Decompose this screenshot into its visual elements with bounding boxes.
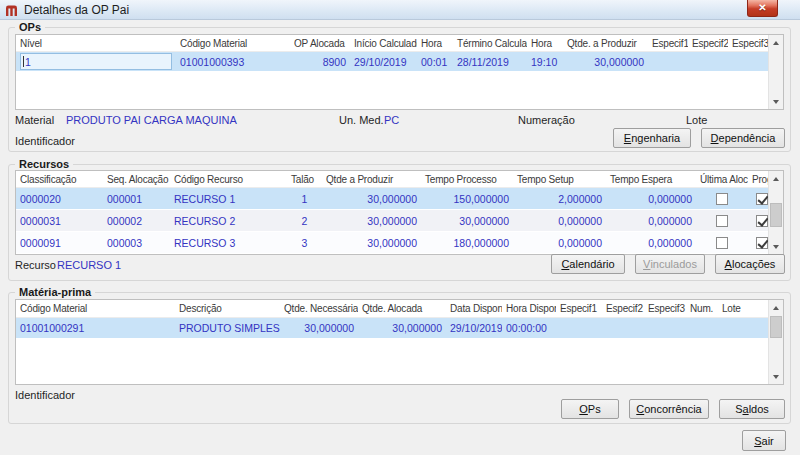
table-cell[interactable]: 0000091 (16, 232, 103, 253)
scroll-thumb[interactable] (770, 316, 782, 338)
table-cell[interactable]: 00:01 (417, 52, 453, 71)
vertical-scrollbar[interactable] (768, 171, 783, 254)
column-header: Descrição (175, 300, 280, 317)
table-cell[interactable]: 0,000000 (513, 210, 606, 231)
table-cell[interactable]: 01001000291 (16, 318, 175, 338)
table-cell[interactable] (688, 52, 728, 71)
sair-button[interactable]: Sair (742, 430, 786, 451)
un-med-value: PC (384, 114, 399, 126)
table-cell[interactable]: 0,000000 (606, 188, 696, 209)
alocacoes-button[interactable]: Alocações (715, 254, 785, 274)
prog-checkbox[interactable] (756, 215, 768, 227)
column-header: Hora Dispon. (502, 300, 556, 317)
material-label: Material (15, 114, 54, 126)
table-cell[interactable]: 000002 (103, 210, 170, 231)
table-cell[interactable]: RECURSO 1 (170, 188, 287, 209)
table-cell[interactable]: 30,000000 (358, 318, 446, 338)
nivel-cell[interactable]: 1 (16, 52, 176, 71)
column-header: Qtde. Necessária (280, 300, 358, 317)
table-cell[interactable]: 29/10/2019 (446, 318, 502, 338)
table-cell[interactable]: RECURSO 3 (170, 232, 287, 253)
table-row[interactable]: 0000020 000001 RECURSO 1 1 30,000000 150… (16, 188, 770, 210)
ops-header-row: Nível Código Material OP Alocada Início … (16, 35, 770, 52)
concorrencia-button[interactable]: Concorrência (629, 399, 709, 419)
table-cell[interactable]: 29/10/2019 (350, 52, 417, 71)
table-cell[interactable]: 30,000000 (421, 210, 513, 231)
ultima-aloc-cell (696, 188, 748, 209)
table-cell[interactable]: 2 (287, 210, 322, 231)
table-cell[interactable]: PRODUTO SIMPLES (175, 318, 280, 338)
table-cell[interactable]: RECURSO 2 (170, 210, 287, 231)
column-header: Especif3 (728, 35, 770, 51)
table-cell[interactable] (644, 318, 686, 338)
table-cell[interactable]: 30,000000 (322, 210, 421, 231)
table-cell[interactable]: 180,000000 (421, 232, 513, 253)
prog-checkbox[interactable] (756, 193, 768, 205)
table-cell[interactable]: 0,000000 (513, 232, 606, 253)
table-cell[interactable]: 30,000000 (280, 318, 358, 338)
column-header: Qtde. a Produzir (563, 35, 648, 51)
saldos-button[interactable]: Saldos (719, 399, 785, 419)
scroll-down-button[interactable] (769, 369, 783, 384)
table-cell[interactable]: 1 (287, 188, 322, 209)
column-header: OP Alocada (290, 35, 350, 51)
title-bar[interactable]: Detalhes da OP Pai ✕ (0, 0, 800, 20)
ultima-aloc-checkbox[interactable] (716, 237, 728, 249)
table-cell[interactable]: 000001 (103, 188, 170, 209)
table-cell[interactable] (686, 318, 718, 338)
vinculados-button: Vinculados (635, 254, 705, 274)
close-button[interactable]: ✕ (747, 0, 778, 17)
table-cell[interactable]: 2,000000 (513, 188, 606, 209)
table-cell[interactable]: 28/11/2019 (453, 52, 527, 71)
table-cell[interactable]: 0,000000 (606, 232, 696, 253)
scroll-up-button[interactable] (769, 171, 783, 186)
vertical-scrollbar[interactable] (768, 300, 783, 384)
prog-checkbox[interactable] (756, 237, 768, 249)
window-title: Detalhes da OP Pai (24, 3, 129, 17)
table-cell[interactable]: 01001000393 (176, 52, 290, 71)
scroll-down-icon (773, 100, 779, 104)
vertical-scrollbar[interactable] (768, 35, 783, 109)
table-cell[interactable]: 30,000000 (563, 52, 648, 71)
scroll-thumb[interactable] (770, 203, 782, 227)
scroll-up-icon (773, 306, 779, 310)
table-cell[interactable] (556, 318, 602, 338)
table-row[interactable]: 01001000291 PRODUTO SIMPLES 30,000000 30… (16, 318, 770, 339)
table-cell[interactable]: 00:00:00 (502, 318, 556, 338)
ultima-aloc-checkbox[interactable] (716, 215, 728, 227)
table-cell[interactable]: 0,000000 (606, 210, 696, 231)
table-cell[interactable]: 150,000000 (421, 188, 513, 209)
column-header: Última Aloc. (696, 171, 748, 187)
scroll-up-button[interactable] (769, 35, 783, 50)
table-cell[interactable]: 0000031 (16, 210, 103, 231)
column-header: Especif2 (688, 35, 728, 51)
table-row[interactable]: 1 01001000393 8900 29/10/2019 00:01 28/1… (16, 52, 770, 72)
table-cell[interactable]: 0000020 (16, 188, 103, 209)
table-cell[interactable] (602, 318, 644, 338)
scroll-up-icon (773, 177, 779, 181)
table-row[interactable]: 0000091 000003 RECURSO 3 3 30,000000 180… (16, 232, 770, 254)
table-row[interactable]: 0000031 000002 RECURSO 2 2 30,000000 30,… (16, 210, 770, 232)
table-cell[interactable] (728, 52, 770, 71)
table-cell[interactable] (718, 318, 770, 338)
nivel-edit-cell[interactable]: 1 (20, 53, 172, 70)
table-cell[interactable]: 3 (287, 232, 322, 253)
table-cell[interactable] (648, 52, 688, 71)
scroll-up-button[interactable] (769, 300, 783, 315)
table-cell[interactable]: 000003 (103, 232, 170, 253)
calendario-button[interactable]: Calendário (551, 254, 625, 274)
table-cell[interactable]: 30,000000 (322, 188, 421, 209)
scroll-down-button[interactable] (769, 94, 783, 109)
table-cell[interactable]: 8900 (290, 52, 350, 71)
ultima-aloc-cell (696, 232, 748, 253)
ops-groupbox: OPs Nível Código Material OP Alocada Iní… (8, 27, 791, 152)
dependencia-button[interactable]: Dependência (701, 128, 785, 148)
table-cell[interactable]: 30,000000 (322, 232, 421, 253)
dialog-detalhes-op-pai: Detalhes da OP Pai ✕ OPs Nível Código Ma… (0, 0, 800, 455)
ops-button[interactable]: OPs (561, 399, 619, 419)
scroll-down-button[interactable] (769, 239, 783, 254)
ultima-aloc-checkbox[interactable] (716, 193, 728, 205)
engenharia-button[interactable]: Engenharia (613, 128, 691, 148)
recurso-label: Recurso (15, 259, 56, 271)
table-cell[interactable]: 19:10 (527, 52, 563, 71)
